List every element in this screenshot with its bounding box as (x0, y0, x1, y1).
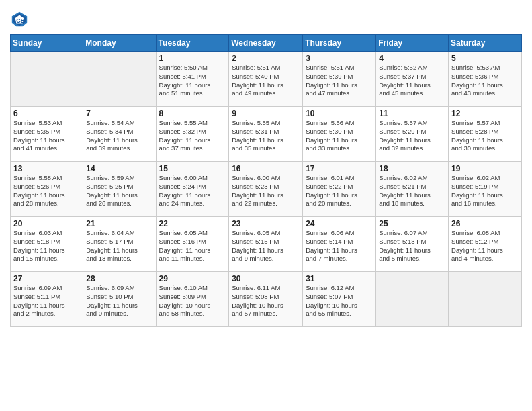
day-info: Sunrise: 5:58 AM Sunset: 5:26 PM Dayligh… (13, 174, 80, 208)
calendar-cell: 9Sunrise: 5:55 AM Sunset: 5:31 PM Daylig… (229, 107, 303, 162)
calendar-cell: 15Sunrise: 6:00 AM Sunset: 5:24 PM Dayli… (156, 162, 229, 217)
day-info: Sunrise: 5:53 AM Sunset: 5:35 PM Dayligh… (13, 119, 80, 153)
weekday-header-wednesday: Wednesday (229, 35, 303, 52)
logo-icon: GB (10, 10, 29, 29)
calendar-cell: 25Sunrise: 6:07 AM Sunset: 5:13 PM Dayli… (376, 217, 449, 272)
day-number: 13 (13, 164, 80, 173)
calendar-cell: 1Sunrise: 5:50 AM Sunset: 5:41 PM Daylig… (156, 52, 229, 107)
day-number: 25 (379, 219, 445, 228)
day-number: 20 (13, 219, 80, 228)
day-number: 5 (451, 54, 519, 63)
calendar-cell (376, 272, 449, 327)
weekday-header-friday: Friday (376, 35, 449, 52)
calendar-cell: 21Sunrise: 6:04 AM Sunset: 5:17 PM Dayli… (83, 217, 156, 272)
day-number: 27 (13, 274, 80, 283)
day-info: Sunrise: 6:06 AM Sunset: 5:14 PM Dayligh… (306, 229, 373, 263)
day-info: Sunrise: 6:12 AM Sunset: 5:07 PM Dayligh… (306, 284, 373, 318)
day-info: Sunrise: 6:11 AM Sunset: 5:08 PM Dayligh… (232, 284, 300, 318)
week-row-2: 6Sunrise: 5:53 AM Sunset: 5:35 PM Daylig… (11, 107, 522, 162)
day-info: Sunrise: 6:08 AM Sunset: 5:12 PM Dayligh… (451, 229, 519, 263)
day-info: Sunrise: 5:56 AM Sunset: 5:30 PM Dayligh… (306, 119, 373, 153)
day-info: Sunrise: 5:57 AM Sunset: 5:29 PM Dayligh… (379, 119, 445, 153)
calendar-cell: 24Sunrise: 6:06 AM Sunset: 5:14 PM Dayli… (303, 217, 376, 272)
day-info: Sunrise: 5:55 AM Sunset: 5:32 PM Dayligh… (159, 119, 226, 153)
calendar-cell: 30Sunrise: 6:11 AM Sunset: 5:08 PM Dayli… (229, 272, 303, 327)
week-row-4: 20Sunrise: 6:03 AM Sunset: 5:18 PM Dayli… (11, 217, 522, 272)
calendar-cell (449, 272, 522, 327)
day-info: Sunrise: 5:59 AM Sunset: 5:25 PM Dayligh… (86, 174, 152, 208)
calendar-cell: 7Sunrise: 5:54 AM Sunset: 5:34 PM Daylig… (83, 107, 156, 162)
calendar-cell: 16Sunrise: 6:00 AM Sunset: 5:23 PM Dayli… (229, 162, 303, 217)
day-info: Sunrise: 6:00 AM Sunset: 5:23 PM Dayligh… (232, 174, 300, 208)
day-number: 29 (159, 274, 226, 283)
day-number: 8 (159, 109, 226, 118)
weekday-header-row: SundayMondayTuesdayWednesdayThursdayFrid… (11, 35, 522, 52)
calendar-cell: 20Sunrise: 6:03 AM Sunset: 5:18 PM Dayli… (11, 217, 83, 272)
calendar-cell: 27Sunrise: 6:09 AM Sunset: 5:11 PM Dayli… (11, 272, 83, 327)
calendar-cell: 18Sunrise: 6:02 AM Sunset: 5:21 PM Dayli… (376, 162, 449, 217)
week-row-3: 13Sunrise: 5:58 AM Sunset: 5:26 PM Dayli… (11, 162, 522, 217)
weekday-header-saturday: Saturday (449, 35, 522, 52)
day-info: Sunrise: 5:57 AM Sunset: 5:28 PM Dayligh… (451, 119, 519, 153)
calendar-cell: 31Sunrise: 6:12 AM Sunset: 5:07 PM Dayli… (303, 272, 376, 327)
calendar-cell: 13Sunrise: 5:58 AM Sunset: 5:26 PM Dayli… (11, 162, 83, 217)
day-number: 9 (232, 109, 300, 118)
calendar-cell: 22Sunrise: 6:05 AM Sunset: 5:16 PM Dayli… (156, 217, 229, 272)
calendar-cell: 10Sunrise: 5:56 AM Sunset: 5:30 PM Dayli… (303, 107, 376, 162)
calendar-cell: 17Sunrise: 6:01 AM Sunset: 5:22 PM Dayli… (303, 162, 376, 217)
calendar: SundayMondayTuesdayWednesdayThursdayFrid… (10, 34, 522, 327)
day-number: 23 (232, 219, 300, 228)
weekday-header-tuesday: Tuesday (156, 35, 229, 52)
day-info: Sunrise: 5:51 AM Sunset: 5:40 PM Dayligh… (232, 64, 300, 98)
weekday-header-monday: Monday (83, 35, 156, 52)
day-number: 16 (232, 164, 300, 173)
day-number: 12 (451, 109, 519, 118)
calendar-cell: 29Sunrise: 6:10 AM Sunset: 5:09 PM Dayli… (156, 272, 229, 327)
day-number: 4 (379, 54, 445, 63)
day-info: Sunrise: 6:02 AM Sunset: 5:19 PM Dayligh… (451, 174, 519, 208)
calendar-cell: 23Sunrise: 6:05 AM Sunset: 5:15 PM Dayli… (229, 217, 303, 272)
day-number: 18 (379, 164, 445, 173)
day-number: 2 (232, 54, 300, 63)
calendar-cell: 6Sunrise: 5:53 AM Sunset: 5:35 PM Daylig… (11, 107, 83, 162)
day-number: 28 (86, 274, 152, 283)
day-number: 3 (306, 54, 373, 63)
calendar-cell: 14Sunrise: 5:59 AM Sunset: 5:25 PM Dayli… (83, 162, 156, 217)
day-info: Sunrise: 6:00 AM Sunset: 5:24 PM Dayligh… (159, 174, 226, 208)
calendar-cell: 11Sunrise: 5:57 AM Sunset: 5:29 PM Dayli… (376, 107, 449, 162)
page-container: GB SundayMondayTuesdayWednesdayThursdayF… (0, 0, 532, 330)
calendar-cell: 26Sunrise: 6:08 AM Sunset: 5:12 PM Dayli… (449, 217, 522, 272)
day-info: Sunrise: 6:01 AM Sunset: 5:22 PM Dayligh… (306, 174, 373, 208)
day-info: Sunrise: 5:50 AM Sunset: 5:41 PM Dayligh… (159, 64, 226, 98)
calendar-cell: 8Sunrise: 5:55 AM Sunset: 5:32 PM Daylig… (156, 107, 229, 162)
day-info: Sunrise: 6:02 AM Sunset: 5:21 PM Dayligh… (379, 174, 445, 208)
day-number: 21 (86, 219, 152, 228)
calendar-cell: 28Sunrise: 6:09 AM Sunset: 5:10 PM Dayli… (83, 272, 156, 327)
day-info: Sunrise: 6:05 AM Sunset: 5:16 PM Dayligh… (159, 229, 226, 263)
week-row-5: 27Sunrise: 6:09 AM Sunset: 5:11 PM Dayli… (11, 272, 522, 327)
calendar-cell: 12Sunrise: 5:57 AM Sunset: 5:28 PM Dayli… (449, 107, 522, 162)
calendar-cell (11, 52, 83, 107)
calendar-cell: 4Sunrise: 5:52 AM Sunset: 5:37 PM Daylig… (376, 52, 449, 107)
day-number: 31 (306, 274, 373, 283)
calendar-cell: 19Sunrise: 6:02 AM Sunset: 5:19 PM Dayli… (449, 162, 522, 217)
day-number: 30 (232, 274, 300, 283)
day-number: 11 (379, 109, 445, 118)
day-number: 6 (13, 109, 80, 118)
day-info: Sunrise: 6:05 AM Sunset: 5:15 PM Dayligh… (232, 229, 300, 263)
day-number: 14 (86, 164, 152, 173)
day-info: Sunrise: 6:03 AM Sunset: 5:18 PM Dayligh… (13, 229, 80, 263)
svg-text:GB: GB (16, 17, 25, 24)
calendar-cell (83, 52, 156, 107)
day-number: 10 (306, 109, 373, 118)
day-number: 15 (159, 164, 226, 173)
day-info: Sunrise: 5:55 AM Sunset: 5:31 PM Dayligh… (232, 119, 300, 153)
header: GB (10, 7, 522, 29)
day-number: 26 (451, 219, 519, 228)
day-number: 1 (159, 54, 226, 63)
day-info: Sunrise: 6:09 AM Sunset: 5:11 PM Dayligh… (13, 284, 80, 318)
week-row-1: 1Sunrise: 5:50 AM Sunset: 5:41 PM Daylig… (11, 52, 522, 107)
day-number: 24 (306, 219, 373, 228)
day-info: Sunrise: 5:52 AM Sunset: 5:37 PM Dayligh… (379, 64, 445, 98)
calendar-cell: 3Sunrise: 5:51 AM Sunset: 5:39 PM Daylig… (303, 52, 376, 107)
